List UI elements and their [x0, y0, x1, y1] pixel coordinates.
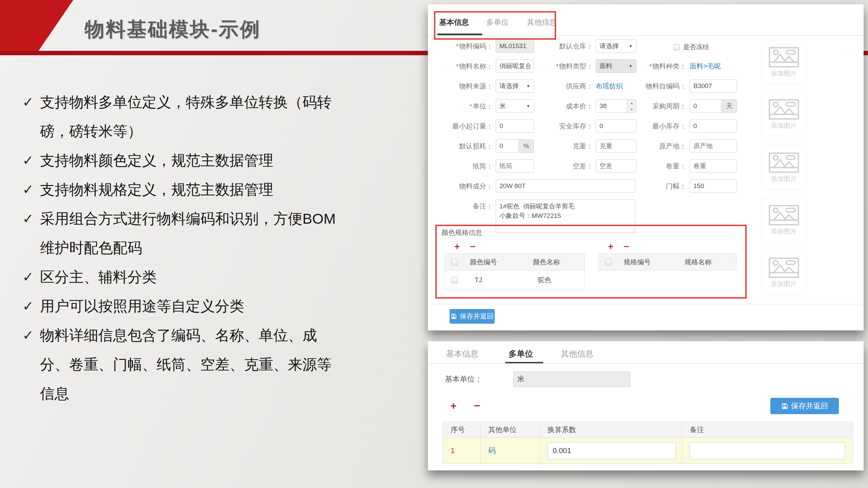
check-icon: ✓: [22, 146, 34, 175]
field-label: *单位：: [431, 99, 493, 113]
add-image-button[interactable]: 添加图片: [761, 40, 806, 84]
default-loss-input[interactable]: [496, 140, 518, 152]
color-code-cell: TJ: [465, 276, 528, 284]
tab-other-info[interactable]: 其他信息: [527, 17, 557, 28]
origin-input[interactable]: [690, 139, 737, 153]
field-label: 安全库存：: [530, 119, 593, 133]
bullet-item: ✓物料详细信息包含了编码、名称、单位、成分、卷重、门幅、纸筒、空差、克重、来源等…: [22, 321, 342, 408]
save-and-return-button[interactable]: 保存并返回: [450, 309, 495, 324]
remove-unit-button[interactable]: −: [474, 401, 480, 411]
add-image-label: 添加图片: [771, 175, 797, 183]
tab-other-info[interactable]: 其他信息: [561, 348, 593, 360]
field-label: *物料类型：: [530, 59, 593, 73]
spec-table-header: 规格编号 规格名称: [598, 253, 736, 270]
min-order-input[interactable]: [496, 119, 534, 133]
material-code-input[interactable]: [496, 39, 534, 53]
save-and-return-button[interactable]: 保存并返回: [770, 398, 839, 414]
row-remark-input[interactable]: [690, 442, 845, 459]
column-header: 规格编号: [618, 258, 679, 267]
save-button-label: 保存并返回: [791, 401, 828, 411]
add-image-label: 添加图片: [771, 280, 797, 288]
base-unit-label: 基本单位：: [445, 371, 499, 387]
field-label: 门幅：: [626, 179, 686, 193]
conversion-factor-input[interactable]: [548, 442, 676, 459]
bullet-list: ✓支持物料多单位定义，特殊多单位转换（码转磅，磅转米等） ✓支持物料颜色定义，规…: [22, 87, 348, 408]
add-unit-button[interactable]: +: [450, 401, 457, 411]
unit-addon: 天: [722, 100, 737, 113]
purchase-cycle-field[interactable]: 天: [690, 99, 737, 113]
cost-price-input[interactable]: [596, 100, 627, 113]
color-table-header: 颜色编号 颜色名称: [445, 253, 585, 270]
tab-multi-unit[interactable]: 多单位: [509, 348, 533, 360]
field-label: 空差：: [530, 159, 593, 173]
column-header: 序号: [443, 422, 481, 437]
column-header: 颜色编号: [465, 258, 528, 267]
bullet-text: 物料详细信息包含了编码、名称、单位、成分、卷重、门幅、纸筒、空差、克重、来源等信…: [40, 327, 332, 402]
default-warehouse-select[interactable]: 请选择▼: [596, 39, 636, 53]
field-label: 最小起订量：: [431, 119, 493, 133]
door-width-input[interactable]: [690, 179, 737, 193]
material-category-link[interactable]: 面料>毛呢: [690, 59, 721, 73]
add-image-button[interactable]: 添加图片: [761, 146, 806, 189]
add-spec-button[interactable]: +: [608, 242, 613, 252]
table-row[interactable]: TJ 驼色: [445, 270, 585, 290]
min-stock-input[interactable]: [690, 119, 737, 133]
tab-basic-info[interactable]: 基本信息: [446, 348, 478, 360]
check-icon: ✓: [22, 262, 34, 291]
unit-select[interactable]: 米▼: [496, 99, 534, 113]
page-title: 物料基础模块-示例: [85, 16, 261, 43]
remove-spec-button[interactable]: −: [624, 242, 629, 252]
image-icon: [768, 257, 800, 278]
tab-basic-info[interactable]: 基本信息: [439, 17, 469, 28]
color-name-cell: 驼色: [528, 276, 584, 285]
required-mark: *: [456, 63, 458, 70]
purchase-cycle-input[interactable]: [690, 100, 722, 113]
bullet-item: ✓支持物料规格定义，规范主数据管理: [22, 175, 342, 204]
select-all-checkbox[interactable]: [451, 259, 458, 265]
field-label: *物料编码：: [431, 39, 493, 53]
add-image-button[interactable]: 添加图片: [761, 251, 806, 294]
tab-multi-unit[interactable]: 多单位: [486, 17, 509, 28]
add-image-label: 添加图片: [771, 227, 797, 236]
material-source-select[interactable]: 请选择▼: [496, 79, 534, 93]
column-header: 其他单位: [481, 422, 540, 437]
field-label: 卷重：: [626, 159, 686, 173]
slide-corner-accent: [0, 0, 73, 52]
field-label: 物料来源：: [431, 79, 493, 93]
tabs-divider: [428, 363, 864, 364]
required-mark: *: [470, 103, 472, 110]
add-image-button[interactable]: 添加图片: [761, 93, 806, 136]
select-all-checkbox[interactable]: [605, 259, 612, 265]
sequence-cell: 1: [443, 438, 481, 464]
supplier-link[interactable]: 布瑶纺织: [596, 79, 623, 93]
field-label: 最小库存：: [626, 119, 686, 133]
roll-weight-input[interactable]: [690, 159, 737, 173]
image-icon: [768, 47, 800, 68]
bullet-text: 支持物料多单位定义，特殊多单位转换（码转磅，磅转米等）: [40, 94, 332, 139]
field-label: 默认仓库：: [530, 39, 593, 53]
add-color-button[interactable]: +: [454, 242, 460, 252]
remark-textarea[interactable]: 1#驼色 俏丽呢复合羊剪毛 小象款号：MW72215: [496, 199, 635, 233]
field-label: *物料种类：: [626, 59, 686, 73]
conversion-factor-cell: [540, 438, 683, 464]
paper-tube-input[interactable]: [496, 159, 534, 173]
bullet-item: ✓用户可以按照用途等自定义分类: [22, 291, 342, 321]
add-image-button[interactable]: 添加图片: [761, 198, 806, 242]
legend-line: [483, 232, 743, 232]
default-loss-field[interactable]: %: [496, 139, 534, 153]
unit-conversion-table: 序号 其他单位 换算系数 备注 1 码: [443, 422, 853, 464]
check-icon: ✓: [22, 291, 34, 321]
save-icon: [781, 403, 788, 410]
row-checkbox[interactable]: [451, 277, 458, 283]
bullet-text: 采用组合方式进行物料编码和识别，方便BOM维护时配色配码: [40, 210, 336, 256]
frozen-checkbox[interactable]: [673, 44, 680, 50]
remove-color-button[interactable]: −: [470, 242, 475, 252]
multi-unit-panel: 基本信息 多单位 其他信息 基本单位： + − 保存并返回 序号 其他单位 换算…: [428, 341, 864, 470]
composition-input[interactable]: [496, 179, 635, 193]
image-icon: [768, 205, 800, 226]
column-header: 备注: [682, 422, 853, 437]
material-name-input[interactable]: [496, 59, 534, 73]
own-code-input[interactable]: [690, 79, 737, 93]
base-unit-input[interactable]: [513, 371, 630, 387]
slide: 物料基础模块-示例 ✓支持物料多单位定义，特殊多单位转换（码转磅，磅转米等） ✓…: [0, 0, 868, 488]
